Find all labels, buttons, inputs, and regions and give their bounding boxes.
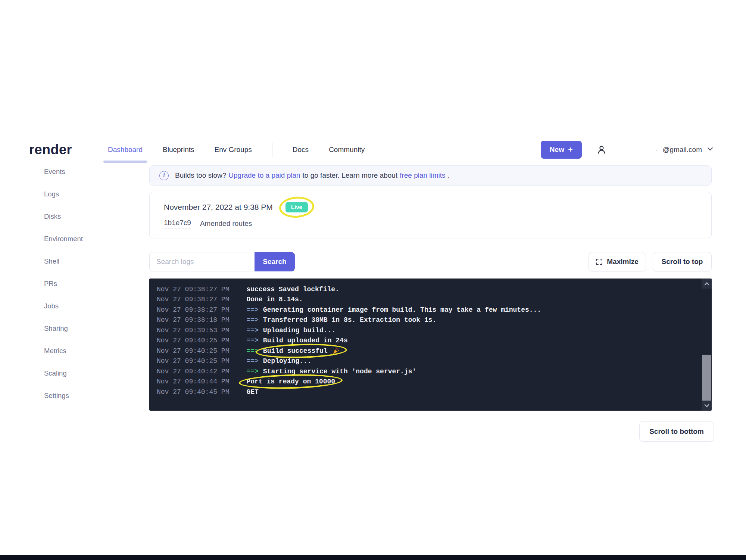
log-timestamp: Nov 27 09:40:42 PM xyxy=(157,368,229,375)
log-text: Port is ready on 10000 xyxy=(246,378,335,385)
top-navigation: render DashboardBlueprintsEnv GroupsDocs… xyxy=(0,137,746,162)
nav-divider xyxy=(272,143,272,157)
log-timestamp: Nov 27 09:38:27 PM xyxy=(157,306,229,314)
log-arrow-icon: ==> xyxy=(246,327,258,334)
render-logo[interactable]: render xyxy=(29,142,72,158)
log-timestamp: Nov 27 09:39:53 PM xyxy=(157,327,229,334)
upgrade-plan-link[interactable]: Upgrade to a paid plan xyxy=(228,171,300,180)
log-terminal: Nov 27 09:38:27 PMsuccess Saved lockfile… xyxy=(149,279,712,411)
sidebar-item-environment[interactable]: Environment xyxy=(44,234,83,243)
nav-link-docs[interactable]: Docs xyxy=(293,146,309,154)
search-logs-input[interactable] xyxy=(149,252,255,271)
sidebar-item-metrics[interactable]: Metrics xyxy=(44,346,83,355)
log-line: Nov 27 09:38:18 PM==>Transferred 38MB in… xyxy=(157,315,697,326)
scroll-to-bottom-button[interactable]: Scroll to bottom xyxy=(639,421,714,442)
sidebar-item-disks[interactable]: Disks xyxy=(44,212,83,221)
log-line: Nov 27 09:40:25 PM==>Build successful xyxy=(157,346,697,356)
log-line: Nov 27 09:40:45 PMGET xyxy=(157,387,697,397)
account-email-prefix: · xyxy=(656,146,658,154)
deploy-timestamp: November 27, 2022 at 9:38 PM xyxy=(164,203,273,212)
log-message: Port is ready on 10000 xyxy=(246,378,335,385)
log-timestamp: Nov 27 09:38:27 PM xyxy=(157,286,229,293)
sidebar-item-shell[interactable]: Shell xyxy=(44,257,83,265)
banner-text-middle: to go faster. Learn more about xyxy=(303,171,398,180)
log-message: ==>Build uploaded in 24s xyxy=(246,337,347,344)
deploy-header-row: November 27, 2022 at 9:38 PM Live xyxy=(164,202,711,212)
terminal-scrollbar xyxy=(702,279,712,411)
new-button-label: New xyxy=(550,146,564,154)
commit-message: Amended routes xyxy=(200,220,252,228)
maximize-icon xyxy=(596,258,603,265)
deploy-commit-row: 1b1e7c9 Amended routes xyxy=(164,219,711,228)
free-plan-limits-link[interactable]: free plan limits xyxy=(400,171,446,180)
render-dashboard-page: render DashboardBlueprintsEnv GroupsDocs… xyxy=(0,0,746,560)
banner-text-prefix: Builds too slow? xyxy=(175,171,226,180)
log-arrow-icon: ==> xyxy=(246,357,258,365)
nav-link-dashboard[interactable]: Dashboard xyxy=(108,146,143,154)
log-timestamp: Nov 27 09:40:25 PM xyxy=(157,337,229,344)
chevron-down-icon[interactable] xyxy=(706,146,714,153)
log-line: Nov 27 09:38:27 PMDone in 8.14s. xyxy=(157,295,697,305)
log-line: Nov 27 09:38:27 PMsuccess Saved lockfile… xyxy=(157,284,697,295)
log-arrow-icon: ==> xyxy=(246,337,258,344)
user-avatar-icon[interactable] xyxy=(596,144,607,155)
log-arrow-icon: ==> xyxy=(246,347,258,355)
sidebar-item-scaling[interactable]: Scaling xyxy=(44,369,83,377)
service-sidebar: EventsLogsDisksEnvironmentShellPRsJobsSh… xyxy=(44,167,83,414)
log-text: Transferred 38MB in 8s. Extraction took … xyxy=(263,316,436,324)
log-timestamp: Nov 27 09:40:44 PM xyxy=(157,378,229,385)
log-line: Nov 27 09:38:27 PM==>Generating containe… xyxy=(157,305,697,315)
sidebar-item-sharing[interactable]: Sharing xyxy=(44,324,83,333)
annotated-log-text: Build successful xyxy=(263,347,340,355)
sidebar-item-prs[interactable]: PRs xyxy=(44,279,83,288)
sidebar-item-logs[interactable]: Logs xyxy=(44,190,83,198)
account-menu[interactable]: · @gmail.com xyxy=(656,146,714,154)
log-timestamp: Nov 27 09:38:18 PM xyxy=(157,316,229,324)
sidebar-item-events[interactable]: Events xyxy=(44,167,83,176)
scrollbar-down-arrow-icon[interactable] xyxy=(702,401,712,411)
log-search-group: Search xyxy=(149,252,295,271)
log-message: GET xyxy=(246,388,258,396)
log-text: Generating container image from build. T… xyxy=(263,306,541,314)
maximize-label: Maximize xyxy=(607,258,638,266)
log-timestamp: Nov 27 09:38:27 PM xyxy=(157,296,229,303)
log-timestamp: Nov 27 09:40:25 PM xyxy=(157,347,229,355)
log-text: GET xyxy=(246,388,258,396)
sidebar-item-settings[interactable]: Settings xyxy=(44,391,83,400)
log-lines: Nov 27 09:38:27 PMsuccess Saved lockfile… xyxy=(157,284,697,397)
commit-hash-link[interactable]: 1b1e7c9 xyxy=(164,219,191,228)
log-text: Build successful xyxy=(263,347,328,355)
info-icon: i xyxy=(159,171,169,180)
log-line: Nov 27 09:40:42 PM==>Starting service wi… xyxy=(157,366,697,377)
nav-link-env-groups[interactable]: Env Groups xyxy=(215,146,252,154)
log-text: Deploying... xyxy=(263,357,312,365)
nav-link-blueprints[interactable]: Blueprints xyxy=(163,146,194,154)
banner-text: Builds too slow?Upgrade to a paid planto… xyxy=(175,171,450,180)
annotated-log-text: Port is ready on 10000 xyxy=(246,378,335,385)
log-timestamp: Nov 27 09:40:45 PM xyxy=(157,388,229,396)
nav-right-group: New + · @gmail.com xyxy=(541,141,714,159)
new-button[interactable]: New + xyxy=(541,141,582,159)
banner-text-suffix: . xyxy=(448,171,450,180)
free-plan-banner: i Builds too slow?Upgrade to a paid plan… xyxy=(149,165,712,186)
scroll-to-top-button[interactable]: Scroll to top xyxy=(653,252,712,271)
log-timestamp: Nov 27 09:40:25 PM xyxy=(157,357,229,365)
sidebar-item-jobs[interactable]: Jobs xyxy=(44,302,83,310)
log-text: success Saved lockfile. xyxy=(246,286,339,293)
scrollbar-up-arrow-icon[interactable] xyxy=(702,279,712,289)
live-badge-wrap: Live xyxy=(285,202,308,212)
maximize-button[interactable]: Maximize xyxy=(589,252,646,271)
log-message: ==>Deploying... xyxy=(246,357,311,365)
log-message: ==>Transferred 38MB in 8s. Extraction to… xyxy=(246,316,436,324)
log-arrow-icon: ==> xyxy=(246,316,258,324)
party-popper-icon xyxy=(332,347,340,355)
search-button[interactable]: Search xyxy=(255,252,295,271)
plus-icon: + xyxy=(568,145,573,155)
deploy-card: November 27, 2022 at 9:38 PM Live 1b1e7c… xyxy=(149,192,712,238)
nav-link-community[interactable]: Community xyxy=(329,146,365,154)
log-arrow-icon: ==> xyxy=(246,306,258,314)
log-message: ==>Uploading build... xyxy=(246,327,335,334)
scrollbar-thumb[interactable] xyxy=(702,355,711,402)
log-line: Nov 27 09:39:53 PM==>Uploading build... xyxy=(157,325,697,336)
log-message: success Saved lockfile. xyxy=(246,286,339,293)
